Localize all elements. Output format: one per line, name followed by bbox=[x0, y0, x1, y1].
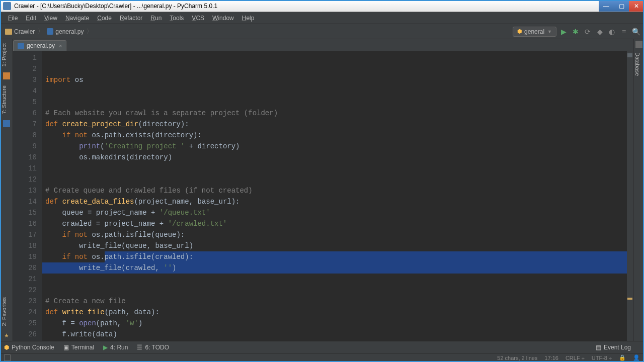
code-line[interactable]: if not os.path.exists(directory): bbox=[42, 130, 633, 141]
code-line[interactable]: print('Creating project ' + directory) bbox=[42, 141, 633, 152]
run-tab[interactable]: ▶4: Run bbox=[103, 344, 128, 351]
editor-scrollbar[interactable] bbox=[627, 51, 633, 341]
todo-icon: ☰ bbox=[137, 344, 142, 351]
window-titlebar: Crawler - [C:\Users\Bucky\Desktop\Crawle… bbox=[0, 0, 644, 12]
code-line[interactable]: def write_file(path, data): bbox=[42, 307, 633, 318]
code-area[interactable]: import os # Each website you crawl is a … bbox=[42, 51, 633, 341]
breadcrumb-separator: 〉 bbox=[86, 27, 94, 36]
play-icon: ▶ bbox=[103, 344, 108, 351]
code-line[interactable]: f = open(path, 'w') bbox=[42, 318, 633, 329]
structure-tool-tab[interactable]: 7: Structure bbox=[0, 81, 8, 118]
menu-file[interactable]: File bbox=[4, 12, 22, 24]
menu-run[interactable]: Run bbox=[146, 12, 166, 24]
code-line[interactable] bbox=[42, 163, 633, 174]
tool-icon[interactable] bbox=[633, 39, 644, 49]
code-line[interactable]: # Create queue and crawled files (if not… bbox=[42, 185, 633, 196]
code-line[interactable] bbox=[42, 285, 633, 296]
status-caret-position[interactable]: 17:16 bbox=[544, 355, 558, 361]
status-indicator[interactable] bbox=[4, 354, 11, 361]
code-line[interactable]: write_file(crawled, '') bbox=[42, 262, 633, 274]
bottom-tool-bar: ⬢Python Console ▣Terminal ▶4: Run ☰6: TO… bbox=[0, 341, 644, 353]
debug-button[interactable]: ✱ bbox=[571, 27, 581, 37]
terminal-tab[interactable]: ▣Terminal bbox=[63, 344, 94, 351]
code-line[interactable]: crawled = project_name + '/crawled.txt' bbox=[42, 218, 633, 229]
menu-tools[interactable]: Tools bbox=[166, 12, 188, 24]
editor-tab-general[interactable]: general.py × bbox=[13, 40, 66, 51]
database-tool-tab[interactable]: Database bbox=[633, 49, 641, 79]
run-configuration-selector[interactable]: ⬢ general ▼ bbox=[513, 27, 556, 37]
favorites-tool-tab[interactable]: 2: Favorites bbox=[0, 293, 8, 330]
menu-code[interactable]: Code bbox=[93, 12, 116, 24]
update-button[interactable]: ◐ bbox=[607, 27, 617, 37]
code-line[interactable]: # Each website you crawl is a separate p… bbox=[42, 108, 633, 119]
code-editor[interactable]: 1234567891011121314151617181920212223242… bbox=[13, 51, 633, 341]
status-selection: 52 chars, 2 lines bbox=[497, 355, 537, 361]
code-line[interactable]: queue = project_name + '/queue.txt' bbox=[42, 207, 633, 218]
log-icon: ▤ bbox=[596, 344, 601, 351]
project-tool-tab[interactable]: 1: Project bbox=[0, 39, 8, 70]
lock-icon[interactable]: 🔒 bbox=[619, 354, 626, 361]
folder-icon bbox=[5, 29, 12, 35]
menu-window[interactable]: Window bbox=[208, 12, 238, 24]
run-button[interactable]: ▶ bbox=[558, 27, 569, 37]
todo-tab[interactable]: ☰6: TODO bbox=[137, 344, 169, 351]
code-line[interactable]: f.write(data) bbox=[42, 329, 633, 340]
code-line[interactable]: import os bbox=[42, 74, 633, 85]
window-title: Crawler - [C:\Users\Bucky\Desktop\Crawle… bbox=[14, 3, 599, 10]
chevron-down-icon: ▼ bbox=[547, 29, 552, 34]
code-line[interactable]: write_file(queue, base_url) bbox=[42, 240, 633, 251]
search-everywhere-button[interactable]: 🔍 bbox=[631, 27, 641, 37]
python-icon: ⬢ bbox=[4, 344, 9, 351]
code-line[interactable]: os.makedirs(directory) bbox=[42, 152, 633, 163]
code-line[interactable]: def create_data_files(project_name, base… bbox=[42, 196, 633, 207]
code-line[interactable] bbox=[42, 274, 633, 285]
code-line[interactable]: # Create a new file bbox=[42, 296, 633, 307]
breadcrumb-project[interactable]: Crawler bbox=[3, 28, 37, 35]
settings-button[interactable]: ≡ bbox=[619, 27, 629, 37]
tool-icon[interactable] bbox=[0, 70, 13, 81]
breadcrumb-file[interactable]: general.py bbox=[45, 28, 86, 35]
code-line[interactable]: if not os.path.isfile(crawled): bbox=[42, 251, 633, 262]
window-maximize-button[interactable]: ▢ bbox=[614, 0, 629, 12]
breadcrumb-separator: 〉 bbox=[37, 27, 45, 36]
status-bar: 52 chars, 2 lines 17:16 CRLF ÷ UTF-8 ÷ 🔒… bbox=[0, 353, 644, 362]
navigation-bar: Crawler 〉 general.py 〉 ⬢ general ▼ ▶ ✱ ⟳… bbox=[0, 24, 644, 39]
menu-navigate[interactable]: Navigate bbox=[61, 12, 93, 24]
favorites-icon[interactable]: ★ bbox=[0, 330, 13, 341]
status-encoding[interactable]: UTF-8 ÷ bbox=[592, 355, 612, 361]
python-icon: ⬢ bbox=[517, 28, 522, 35]
code-line[interactable] bbox=[42, 85, 633, 97]
window-minimize-button[interactable]: — bbox=[599, 0, 614, 12]
python-console-tab[interactable]: ⬢Python Console bbox=[4, 344, 54, 351]
code-line[interactable] bbox=[42, 174, 633, 185]
right-tool-strip: Database bbox=[633, 39, 644, 350]
event-log-tab[interactable]: ▤Event Log bbox=[596, 344, 631, 351]
window-close-button[interactable]: ✕ bbox=[629, 0, 644, 12]
inspector-icon[interactable]: 👤 bbox=[633, 354, 640, 361]
app-icon bbox=[3, 2, 11, 10]
menu-refactor[interactable]: Refactor bbox=[116, 12, 146, 24]
status-line-separator[interactable]: CRLF ÷ bbox=[566, 355, 585, 361]
close-tab-icon[interactable]: × bbox=[59, 43, 62, 49]
terminal-icon: ▣ bbox=[63, 344, 69, 351]
python-file-icon bbox=[18, 43, 24, 49]
line-number-gutter[interactable]: 1234567891011121314151617181920212223242… bbox=[13, 51, 42, 341]
menu-bar: FileEditViewNavigateCodeRefactorRunTools… bbox=[0, 12, 644, 24]
menu-edit[interactable]: Edit bbox=[22, 12, 40, 24]
coverage-button[interactable]: ⟳ bbox=[583, 27, 593, 37]
code-line[interactable]: if not os.path.isfile(queue): bbox=[42, 229, 633, 240]
code-line[interactable]: def create_project_dir(directory): bbox=[42, 119, 633, 130]
code-line[interactable] bbox=[42, 97, 633, 108]
stop-button[interactable]: ◆ bbox=[595, 27, 605, 37]
editor-tabs: general.py × bbox=[0, 39, 644, 51]
python-file-icon bbox=[47, 28, 53, 35]
tool-icon[interactable] bbox=[0, 118, 13, 129]
menu-vcs[interactable]: VCS bbox=[188, 12, 208, 24]
menu-view[interactable]: View bbox=[40, 12, 61, 24]
menu-help[interactable]: Help bbox=[238, 12, 259, 24]
